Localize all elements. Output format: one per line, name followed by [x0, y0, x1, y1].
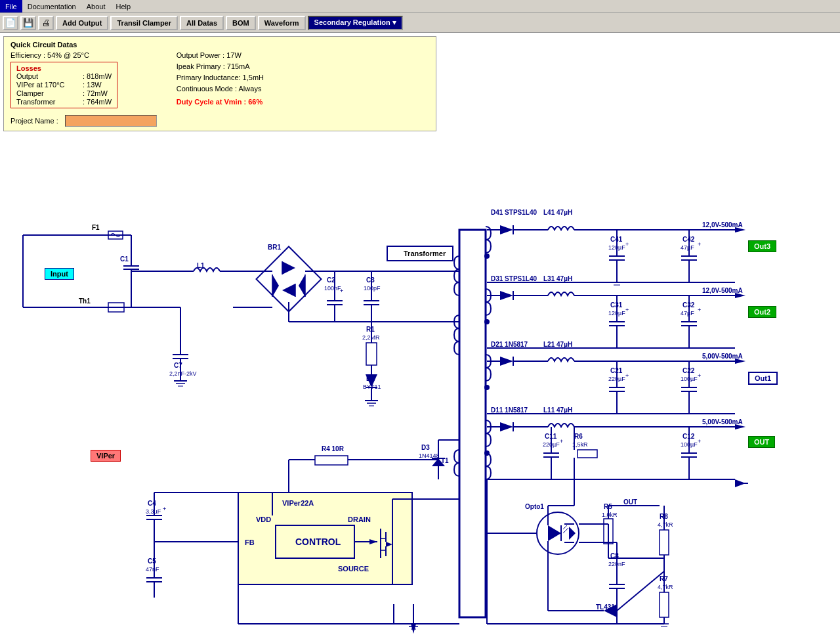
- svg-text:12,0V-500mA: 12,0V-500mA: [702, 287, 743, 294]
- svg-text:D3: D3: [421, 444, 430, 451]
- svg-text:+: +: [163, 506, 166, 512]
- svg-marker-40: [299, 274, 305, 297]
- svg-text:+: +: [340, 288, 343, 294]
- svg-marker-281: [569, 527, 576, 540]
- svg-marker-89: [500, 225, 513, 234]
- svg-text:+: +: [698, 307, 701, 313]
- toolbar-icon-3[interactable]: 🖨: [38, 16, 54, 30]
- loss-clamper: Clamper: 72mW: [16, 89, 112, 97]
- menu-file[interactable]: File: [0, 0, 22, 12]
- svg-text:D41 STPS1L40: D41 STPS1L40: [491, 209, 537, 216]
- svg-text:+: +: [625, 241, 629, 248]
- svg-text:C4: C4: [148, 500, 156, 507]
- svg-text:L11 47µH: L11 47µH: [543, 406, 572, 414]
- svg-text:D21 1N5817: D21 1N5817: [491, 341, 528, 348]
- svg-text:+: +: [698, 438, 701, 445]
- svg-text:+: +: [625, 307, 629, 313]
- svg-text:DRAIN: DRAIN: [348, 515, 371, 523]
- svg-text:C3: C3: [366, 276, 375, 284]
- svg-text:L31 47µH: L31 47µH: [543, 275, 572, 282]
- svg-rect-293: [660, 530, 669, 555]
- svg-marker-36: [282, 284, 295, 297]
- svg-text:C7: C7: [174, 362, 182, 369]
- project-name-input[interactable]: [65, 115, 157, 127]
- svg-marker-38: [272, 274, 279, 297]
- transil-clamper-button[interactable]: Transil Clamper: [110, 16, 178, 30]
- svg-text:3,3µF: 3,3µF: [146, 508, 161, 515]
- svg-text:C1: C1: [120, 255, 129, 263]
- svg-text:R1: R1: [366, 326, 375, 333]
- svg-text:FB: FB: [245, 538, 255, 546]
- svg-text:D31 STPS1L40: D31 STPS1L40: [491, 275, 537, 282]
- toolbar-icon-2[interactable]: 💾: [20, 16, 36, 30]
- menubar: File Documentation About Help: [0, 0, 840, 13]
- svg-text:12,0V-500mA: 12,0V-500mA: [702, 221, 743, 229]
- toolbar-icon-1[interactable]: 📄: [3, 16, 18, 30]
- out3-label: Out3: [748, 240, 776, 252]
- svg-text:L21 47µH: L21 47µH: [543, 341, 572, 348]
- svg-text:2,2nF-2kV: 2,2nF-2kV: [169, 370, 197, 377]
- svg-point-83: [484, 253, 490, 259]
- secondary-regulation-button[interactable]: Secondary Regulation ▾: [308, 16, 403, 30]
- svg-text:+: +: [625, 372, 629, 379]
- svg-rect-33: [257, 247, 322, 312]
- loss-transformer: Transformer: 764mW: [16, 98, 112, 106]
- svg-text:CONTROL: CONTROL: [295, 536, 341, 547]
- project-label: Project Name :: [10, 117, 58, 125]
- svg-text:+: +: [698, 372, 701, 379]
- primary-inductance: Primary Inductance: 1,5mH: [177, 74, 264, 81]
- svg-text:5,00V-500mA: 5,00V-500mA: [702, 353, 743, 360]
- svg-rect-63: [366, 343, 377, 365]
- svg-marker-277: [548, 525, 561, 541]
- continuous-mode: Continuous Mode : Always: [177, 85, 264, 93]
- svg-text:5,00V-500mA: 5,00V-500mA: [702, 418, 743, 426]
- svg-marker-34: [282, 261, 295, 274]
- efficiency-text: Efficiency : 54% @ 25°C: [10, 51, 157, 59]
- svg-rect-194: [578, 450, 597, 458]
- info-panel: Quick Circuit Datas Efficiency : 54% @ 2…: [3, 36, 436, 131]
- svg-text:L41 47µH: L41 47µH: [543, 209, 572, 216]
- all-datas-button[interactable]: All Datas: [180, 16, 224, 30]
- svg-text:Transformer: Transformer: [404, 250, 446, 257]
- out1-label: Out1: [748, 372, 778, 385]
- input-label: Input: [45, 268, 74, 280]
- svg-text:OUT: OUT: [623, 498, 637, 506]
- svg-text:C5: C5: [148, 558, 156, 565]
- svg-text:SOURCE: SOURCE: [338, 565, 369, 573]
- svg-text:VDD: VDD: [256, 515, 271, 523]
- out2-label: Out2: [748, 306, 776, 318]
- main-area: Quick Circuit Datas Efficiency : 54% @ 2…: [0, 33, 840, 635]
- svg-rect-240: [315, 456, 348, 465]
- svg-text:Opto1: Opto1: [525, 503, 544, 510]
- svg-text:+: +: [698, 241, 701, 248]
- ipeak-primary: Ipeak Primary : 715mA: [177, 62, 264, 70]
- svg-marker-150: [500, 357, 513, 366]
- loss-output: Output: 818mW: [16, 72, 112, 80]
- out-label: OUT: [748, 436, 775, 448]
- menu-documentation[interactable]: Documentation: [22, 0, 81, 12]
- svg-point-84: [484, 319, 490, 324]
- svg-text:BR1: BR1: [268, 244, 281, 251]
- menu-help[interactable]: Help: [110, 0, 136, 12]
- svg-point-85: [484, 385, 490, 390]
- svg-text:47µF: 47µF: [681, 310, 694, 317]
- svg-text:D11 1N5817: D11 1N5817: [491, 406, 528, 414]
- output-power: Output Power : 17W: [177, 51, 264, 59]
- menu-about[interactable]: About: [81, 0, 111, 12]
- losses-title: Losses: [16, 64, 112, 72]
- svg-text:R4 10R: R4 10R: [322, 445, 345, 452]
- add-output-button[interactable]: Add Output: [56, 16, 108, 30]
- bom-button[interactable]: BOM: [226, 16, 256, 30]
- svg-marker-179: [500, 422, 513, 431]
- svg-text:F1: F1: [92, 224, 100, 231]
- svg-rect-78: [459, 230, 486, 617]
- svg-text:47µF: 47µF: [681, 244, 694, 251]
- svg-line-282: [563, 525, 567, 529]
- waveform-button[interactable]: Waveform: [258, 16, 306, 30]
- svg-text:100nF: 100nF: [324, 285, 341, 292]
- svg-line-328: [617, 571, 664, 611]
- svg-text:Th1: Th1: [79, 297, 91, 305]
- svg-marker-121: [500, 291, 513, 300]
- svg-text:R6: R6: [574, 433, 583, 440]
- svg-text:100pF: 100pF: [364, 285, 381, 292]
